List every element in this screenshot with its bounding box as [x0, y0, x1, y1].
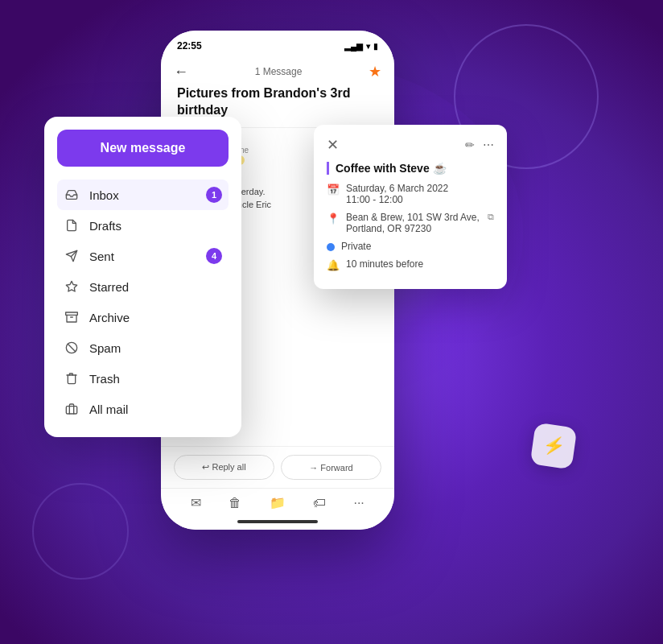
- tag-icon[interactable]: 🏷: [313, 496, 326, 510]
- archive-icon: [64, 309, 80, 325]
- starred-icon: [64, 279, 80, 295]
- svg-marker-2: [66, 281, 76, 291]
- nav-item-inbox[interactable]: Inbox 1: [57, 180, 229, 210]
- trash-label: Trash: [89, 372, 120, 386]
- folder-icon[interactable]: 📁: [270, 495, 286, 510]
- event-time: 11:00 - 12:00: [346, 194, 448, 205]
- email-subject: Pictures from Brandon's 3rd birthday: [174, 85, 381, 119]
- nav-item-allmail[interactable]: All mail: [57, 394, 229, 424]
- star-button[interactable]: ★: [369, 63, 381, 80]
- event-popup: ✕ ✏ ⋯ Coffee with Steve ☕ 📅 Saturday, 6 …: [314, 125, 507, 289]
- nav-list: Inbox 1 Drafts Sent 4 Starred: [57, 180, 229, 424]
- archive-label: Archive: [89, 311, 130, 324]
- message-count: 1 Message: [255, 66, 303, 77]
- location-icon: 📍: [327, 213, 340, 225]
- drafts-label: Drafts: [89, 219, 121, 233]
- event-reminder-row: 🔔 10 minutes before: [327, 258, 494, 271]
- event-title-row: Coffee with Steve ☕: [327, 162, 494, 175]
- battery-icon: ▮: [373, 42, 378, 51]
- delete-icon[interactable]: 🗑: [229, 496, 241, 510]
- more-icon[interactable]: ···: [353, 496, 364, 510]
- bell-icon: 🔔: [327, 259, 340, 271]
- sent-label: Sent: [89, 250, 114, 263]
- calendar-icon: 📅: [327, 184, 340, 196]
- status-time: 22:55: [177, 40, 202, 52]
- allmail-icon: [64, 401, 80, 417]
- svg-rect-3: [66, 312, 78, 315]
- deco-circle-small: [32, 483, 129, 580]
- home-indicator: [161, 514, 394, 530]
- reply-bar: ↩ Reply all → Forward: [161, 446, 394, 488]
- nav-item-starred[interactable]: Starred: [57, 271, 229, 302]
- new-message-button[interactable]: New message: [57, 130, 229, 167]
- nav-item-archive[interactable]: Archive: [57, 302, 229, 332]
- reply-all-button[interactable]: ↩ Reply all: [174, 455, 274, 480]
- event-date-row: 📅 Saturday, 6 March 2022 11:00 - 12:00: [327, 183, 494, 205]
- nav-item-spam[interactable]: Spam: [57, 332, 229, 363]
- starred-label: Starred: [89, 280, 129, 294]
- inbox-label: Inbox: [89, 188, 119, 202]
- email-nav: ← 1 Message ★: [174, 63, 381, 80]
- nav-item-trash[interactable]: Trash: [57, 363, 229, 394]
- event-action-buttons: ✏ ⋯: [465, 138, 494, 151]
- phone-icons-bar: ✉ 🗑 📁 🏷 ···: [161, 488, 394, 514]
- more-options-button[interactable]: ⋯: [483, 138, 494, 151]
- event-location-row: 📍 Bean & Brew, 101 SW 3rd Ave, Portland,…: [327, 212, 494, 234]
- edit-button[interactable]: ✏: [465, 138, 475, 151]
- event-popup-header: ✕ ✏ ⋯: [327, 136, 494, 154]
- event-title: Coffee with Steve ☕: [336, 162, 447, 175]
- event-reminder: 10 minutes before: [346, 258, 423, 270]
- copy-icon[interactable]: ⧉: [488, 212, 494, 222]
- status-bar: 22:55 ▂▄▆ ▾ ▮: [161, 31, 394, 56]
- trash-icon: [64, 370, 80, 386]
- close-button[interactable]: ✕: [327, 136, 339, 154]
- back-button[interactable]: ←: [174, 64, 188, 80]
- nav-item-sent[interactable]: Sent 4: [57, 241, 229, 271]
- event-category-row: Private: [327, 241, 494, 252]
- inbox-icon: [64, 187, 80, 203]
- wifi-icon: ▾: [366, 42, 370, 51]
- inbox-badge: 1: [206, 187, 222, 203]
- spam-icon: [64, 340, 80, 356]
- sent-badge: 4: [206, 248, 222, 264]
- svg-rect-7: [66, 407, 76, 414]
- forward-button[interactable]: → Forward: [281, 455, 381, 480]
- drafts-icon: [64, 217, 80, 233]
- home-bar: [237, 520, 318, 523]
- event-date-info: Saturday, 6 March 2022 11:00 - 12:00: [346, 183, 448, 205]
- lightning-icon: ⚡: [542, 434, 566, 458]
- svg-line-6: [68, 344, 75, 351]
- category-dot: [327, 243, 335, 251]
- sent-icon: [64, 248, 80, 264]
- nav-item-drafts[interactable]: Drafts: [57, 210, 229, 241]
- event-date: Saturday, 6 March 2022: [346, 183, 448, 194]
- sidebar-card: New message Inbox 1 Drafts Sent 4: [44, 117, 241, 437]
- status-icons: ▂▄▆ ▾ ▮: [344, 42, 378, 51]
- spam-label: Spam: [89, 341, 121, 355]
- event-category: Private: [341, 241, 371, 252]
- event-location: Bean & Brew, 101 SW 3rd Ave, Portland, O…: [346, 212, 481, 234]
- allmail-label: All mail: [89, 402, 128, 416]
- mail-icon[interactable]: ✉: [191, 495, 201, 510]
- signal-icon: ▂▄▆: [344, 42, 363, 51]
- lightning-fab[interactable]: ⚡: [530, 423, 578, 470]
